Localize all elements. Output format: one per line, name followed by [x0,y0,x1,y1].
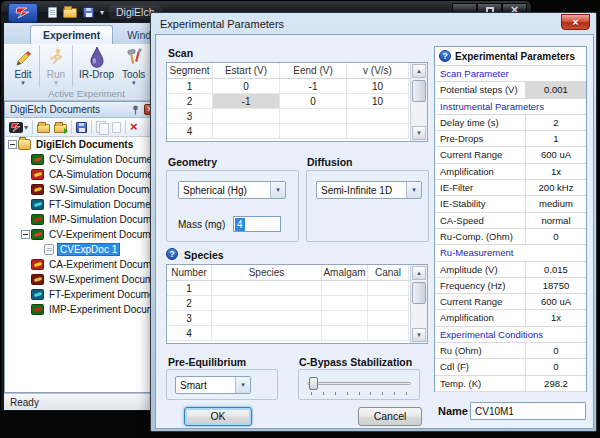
table-cell[interactable] [322,281,368,295]
table-cell[interactable] [368,326,409,340]
table-cell[interactable]: -1 [280,79,347,93]
species-help-icon[interactable] [166,248,178,260]
param-row[interactable]: Cdl (F)0 [435,359,586,375]
table-cell[interactable]: -1 [213,94,280,108]
pre-equilibrium-dropdown[interactable]: Smart [175,376,251,394]
column-header[interactable]: Amalgam [322,265,368,280]
column-header[interactable]: Species [212,265,322,280]
param-value[interactable]: 600 uA [525,294,586,309]
scan-scrollbar[interactable] [410,63,427,141]
param-value[interactable]: 1x [525,310,586,325]
tab-experiment[interactable]: Experiment [30,25,113,44]
param-row[interactable]: IE-Stabilitymedium [435,196,586,212]
app-logo-icon[interactable] [8,3,38,23]
logo-menu-icon[interactable] [9,122,28,133]
delete-icon[interactable] [130,121,138,133]
table-row[interactable]: 2-1010 [167,94,410,109]
table-cell[interactable]: 2 [167,94,213,108]
tree-item[interactable]: FT-Experiment Documents [5,287,159,302]
param-category-row[interactable]: Ru-Measurement [435,245,586,261]
table-cell[interactable] [212,311,322,325]
table-row[interactable]: 3 [167,109,410,124]
param-row[interactable]: Current Range600 uA [435,147,586,163]
tree-item[interactable]: SW-Simulation Documents [5,182,159,197]
param-value[interactable]: medium [525,196,586,211]
param-row[interactable]: Frequency (Hz)18750 [435,278,586,294]
diffusion-dropdown[interactable]: Semi-Infinite 1D [316,181,422,199]
param-row[interactable]: Temp. (K)298.2 [435,376,586,392]
param-row[interactable]: Ru-Comp. (Ohm)0 [435,229,586,245]
new-document-icon[interactable] [48,7,57,18]
scroll-thumb[interactable] [412,80,426,102]
table-cell[interactable] [368,281,409,295]
table-cell[interactable]: 3 [167,311,212,325]
table-cell[interactable] [322,326,368,340]
ir-drop-button[interactable]: IR-Drop [75,44,118,88]
slider-handle[interactable] [309,377,318,390]
run-button[interactable]: Run [42,44,70,88]
table-cell[interactable] [212,281,322,295]
paste-icon[interactable] [112,122,121,133]
dialog-titlebar[interactable]: Experimental Parameters [151,13,596,34]
tree-item[interactable]: CA-Experiment Documents [5,257,159,272]
edit-button[interactable]: Edit [9,44,37,88]
column-header[interactable]: Segment [167,63,213,78]
param-row[interactable]: Potential steps (V)0.001 [435,82,586,98]
param-value[interactable]: 200 kHz [525,180,586,195]
param-value[interactable]: 0 [525,229,586,244]
table-cell[interactable] [213,124,280,138]
column-header[interactable]: Canal (m/l) [368,265,409,280]
scroll-down-icon[interactable] [412,328,426,342]
scroll-up-icon[interactable] [412,266,426,280]
param-value[interactable]: 1 [525,131,586,146]
mass-input[interactable]: 4 [233,216,281,232]
table-row[interactable]: 10-110 [167,79,410,94]
copy-icon[interactable] [96,121,108,133]
param-row[interactable]: IE-Filter200 kHz [435,180,586,196]
table-row[interactable]: 4 [167,124,410,139]
param-row[interactable]: Amplitude (V)0.015 [435,262,586,278]
table-cell[interactable] [368,296,409,310]
table-cell[interactable] [347,109,409,123]
param-value[interactable]: 0.015 [525,262,586,277]
table-cell[interactable] [322,296,368,310]
table-cell[interactable]: 0 [280,94,347,108]
table-cell[interactable] [213,109,280,123]
table-cell[interactable]: 4 [167,326,212,340]
open-document-icon[interactable] [37,124,50,133]
table-cell[interactable]: 2 [167,296,212,310]
qat-dropdown-icon[interactable] [100,8,104,17]
param-value[interactable]: 1x [525,164,586,179]
table-cell[interactable]: 3 [167,109,213,123]
tree-item[interactable]: FT-Simulation Documents [5,197,159,212]
param-value[interactable]: 0.001 [525,82,586,97]
param-row[interactable]: Pre-Drops1 [435,131,586,147]
param-value[interactable]: 2 [525,115,586,130]
column-header[interactable]: Number [167,265,212,280]
tools-button[interactable]: Tools [118,44,149,88]
param-category-row[interactable]: Instrumental Parameters [435,99,586,115]
param-row[interactable]: Ru (Ohm)0 [435,343,586,359]
table-cell[interactable] [368,311,409,325]
tree-expander-icon[interactable] [20,230,31,239]
param-row[interactable]: Delay time (s)2 [435,115,586,131]
c-bypass-slider[interactable] [307,376,411,396]
name-input[interactable]: CV10M1 [470,402,586,420]
param-row[interactable]: Amplification1x [435,310,586,326]
table-cell[interactable] [347,124,409,138]
param-row[interactable]: Amplification1x [435,164,586,180]
table-cell[interactable]: 10 [347,94,409,108]
scroll-down-icon[interactable] [412,126,426,140]
import-document-icon[interactable] [54,124,67,133]
tree-item[interactable]: SW-Experiment Documents [5,272,159,287]
tree-item[interactable]: CV-Experiment Documents [5,227,159,242]
table-cell[interactable] [280,109,347,123]
table-cell[interactable] [212,326,322,340]
param-row[interactable]: Current Range600 uA [435,294,586,310]
tree-item[interactable]: IMP-Simulation Documents [5,212,159,227]
scroll-up-icon[interactable] [412,64,426,78]
column-header[interactable]: Estart (V) [213,63,280,78]
param-category-row[interactable]: Scan Parameter [435,66,586,82]
param-value[interactable]: 0 [525,359,586,374]
param-row[interactable]: CA-Speednormal [435,213,586,229]
